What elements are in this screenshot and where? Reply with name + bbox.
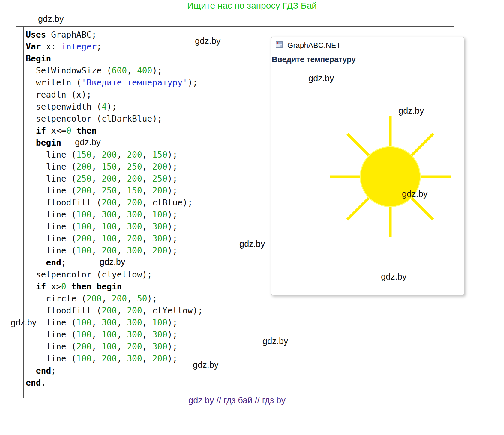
code-token-pl: , — [117, 186, 127, 196]
code-token-pl — [26, 138, 36, 148]
code-line: setpenwidth (4); — [26, 101, 266, 113]
code-token-pl: , — [92, 210, 102, 220]
code-token-nu: 100 — [76, 222, 92, 232]
code-token-nu: 200 — [127, 150, 142, 160]
form-window-icon — [276, 41, 283, 48]
code-token-nu: 200 — [102, 150, 117, 160]
header-banner: Ищите нас по запросу ГДЗ Бай — [0, 1, 504, 11]
code-token-nu: 600 — [112, 66, 127, 76]
code-token-nu: 0 — [61, 282, 66, 292]
code-token-nu: 200 — [102, 354, 117, 364]
code-line: readln (x); — [26, 89, 266, 101]
code-token-pl: , clYellow); — [142, 306, 203, 316]
code-token-pl — [26, 258, 46, 268]
code-token-pl: , — [117, 342, 127, 352]
code-token-nu: 100 — [76, 318, 92, 328]
code-token-nu: 150 — [102, 162, 117, 172]
code-token-pl: , — [117, 222, 127, 232]
code-token-pl: floodfill ( — [26, 306, 102, 316]
code-token-kw: end — [46, 258, 61, 268]
code-token-pl: ); — [167, 222, 178, 232]
code-token-nu: 250 — [127, 162, 142, 172]
code-line: floodfill (200, 200, clBlue); — [26, 197, 266, 209]
code-line: end. — [26, 377, 266, 389]
code-token-nu: 200 — [76, 162, 92, 172]
code-token-pl: , — [142, 222, 152, 232]
code-token-nu: 250 — [102, 186, 117, 196]
code-token-kw: if — [36, 282, 46, 292]
code-token-pl — [71, 126, 76, 136]
code-line: line (100, 100, 300, 300); — [26, 221, 266, 233]
code-line: if x>0 then begin — [26, 281, 266, 293]
code-token-kw: end — [26, 378, 41, 388]
code-token-nu: 200 — [152, 246, 167, 256]
code-token-nu: 300 — [102, 210, 117, 220]
code-token-nu: 200 — [152, 354, 167, 364]
code-token-nu: 100 — [152, 210, 167, 220]
code-token-pl: , clBlue); — [142, 198, 193, 208]
code-line: line (100, 300, 300, 100); — [26, 317, 266, 329]
watermark: gdz.by — [262, 336, 288, 346]
code-token-pl: writeln ( — [26, 78, 81, 88]
code-token-pl: ); — [167, 330, 178, 340]
code-token-nu: 200 — [102, 198, 117, 208]
code-token-pl: x> — [46, 282, 61, 292]
code-token-pl: readln (x); — [26, 90, 92, 100]
code-token-pl: ); — [167, 162, 178, 172]
code-token-nu: 200 — [127, 342, 142, 352]
code-token-pl: , — [117, 354, 127, 364]
code-token-pl: line ( — [26, 342, 76, 352]
code-token-pl: ); — [152, 66, 162, 76]
code-token-pl: SetWindowSize ( — [26, 66, 112, 76]
code-token-nu: 100 — [76, 210, 92, 220]
code-token-nu: 400 — [137, 66, 152, 76]
code-line: line (200, 100, 200, 300); — [26, 341, 266, 353]
code-token-pl: x: — [41, 42, 61, 52]
code-line: floodfill (200, 200, clYellow); — [26, 305, 266, 317]
code-line: line (100, 300, 300, 100); — [26, 209, 266, 221]
code-token-pl: ); — [188, 78, 198, 88]
code-token-nu: 200 — [76, 234, 92, 244]
code-line: line (250, 200, 200, 250); — [26, 173, 266, 185]
code-token-pl: ; — [51, 366, 56, 376]
code-token-nu: 300 — [102, 318, 117, 328]
code-area[interactable]: Uses GraphABC;Var x: integer;Begin SetWi… — [26, 29, 266, 389]
code-token-pl: . — [41, 378, 46, 388]
code-token-pl: , — [92, 174, 102, 184]
code-token-pl: line ( — [26, 330, 76, 340]
code-token-pl — [92, 282, 97, 292]
prompt-text: Введите температуру — [272, 55, 356, 64]
code-token-pl: , — [92, 222, 102, 232]
code-token-pl: ); — [167, 318, 178, 328]
code-token-pl — [26, 282, 36, 292]
code-pane-gutter-line — [23, 26, 24, 398]
code-token-nu: 100 — [102, 234, 117, 244]
code-token-nu: 100 — [102, 330, 117, 340]
code-token-kw: Begin — [26, 54, 51, 64]
code-token-pl: , — [127, 66, 137, 76]
code-token-pl — [26, 366, 36, 376]
code-line: Uses GraphABC; — [26, 29, 266, 41]
code-token-pl: line ( — [26, 150, 76, 160]
code-line: line (100, 200, 300, 200); — [26, 245, 266, 257]
code-token-pl: floodfill ( — [26, 198, 102, 208]
graphabc-output-window[interactable]: GraphABC.NET Введите температуру — [271, 37, 464, 295]
code-token-nu: 200 — [127, 198, 142, 208]
code-token-pl: , — [117, 246, 127, 256]
graphabc-titlebar[interactable]: GraphABC.NET — [271, 37, 464, 51]
code-line: line (100, 100, 300, 300); — [26, 329, 266, 341]
code-token-nu: 300 — [127, 330, 142, 340]
code-token-pl — [66, 282, 71, 292]
code-token-nu: 200 — [127, 234, 142, 244]
code-token-kw: end — [36, 366, 51, 376]
code-token-nu: 200 — [76, 186, 92, 196]
code-token-pl: , — [142, 150, 152, 160]
code-token-pl: , — [142, 234, 152, 244]
code-token-pl: line ( — [26, 186, 76, 196]
code-token-nu: 250 — [152, 174, 167, 184]
code-token-nu: 100 — [102, 222, 117, 232]
code-token-pl: x<= — [46, 126, 66, 136]
code-token-pl: line ( — [26, 234, 76, 244]
code-token-pl: ); — [167, 150, 178, 160]
code-token-pl: , — [117, 306, 127, 316]
